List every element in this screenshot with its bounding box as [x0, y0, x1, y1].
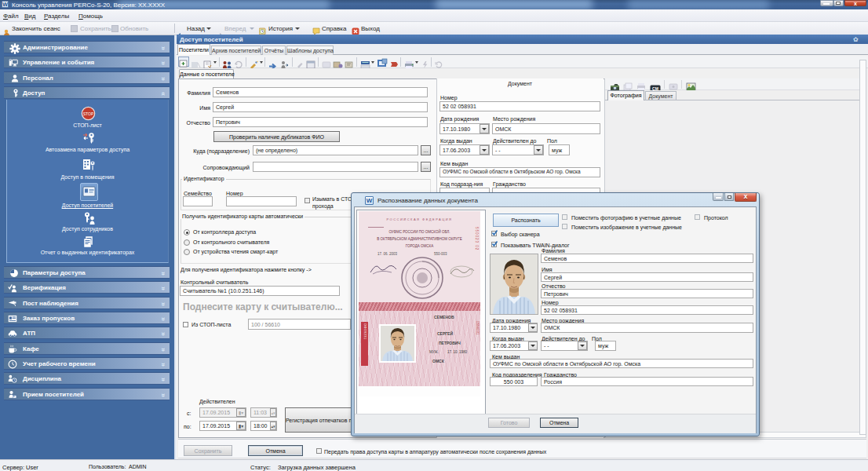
svg-text:STOP: STOP	[83, 111, 94, 116]
